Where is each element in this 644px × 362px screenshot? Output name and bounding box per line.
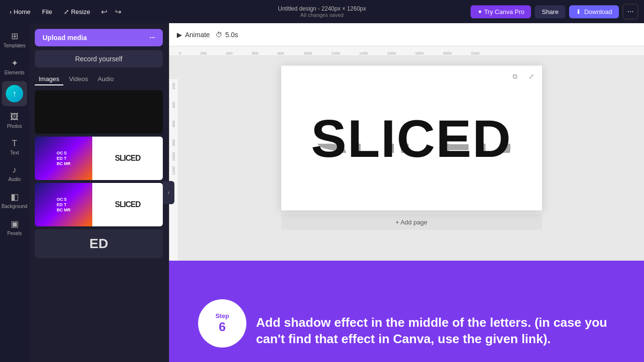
- list-item[interactable]: OCS EDT BCMR SLICED: [35, 183, 163, 226]
- sidebar-item-audio[interactable]: ♪ Audio: [2, 161, 27, 186]
- resize-button[interactable]: ⤢ Resize: [60, 6, 94, 17]
- redo-button[interactable]: ↪: [112, 5, 124, 18]
- clock-icon: ⏱: [215, 31, 222, 39]
- sidebar-item-elements[interactable]: ✦ Elements: [2, 54, 27, 79]
- download-button[interactable]: ⬇ Download: [569, 5, 619, 18]
- more-icon: ···: [627, 7, 633, 16]
- text-label: Text: [10, 150, 19, 155]
- canvas-container[interactable]: 200 400 600 800 1000 1200 ⧉ ⤢ SLICED SLI…: [169, 56, 644, 362]
- elements-icon: ✦: [11, 58, 18, 69]
- photos-label: Photos: [7, 124, 22, 129]
- background-label: Background: [1, 204, 27, 209]
- try-canva-button[interactable]: ✦ Try Canva Pro: [471, 5, 531, 18]
- file-label: File: [42, 8, 52, 15]
- share-button[interactable]: Share: [535, 5, 565, 18]
- sidebar-icons: ⊞ Templates ✦ Elements ↑ 🖼 Photos T Text…: [0, 23, 29, 362]
- templates-icon: ⊞: [11, 31, 18, 42]
- design-title: Untitled design - 2240px × 1260px: [278, 5, 366, 12]
- undo-button[interactable]: ↩: [98, 5, 110, 18]
- canvas-action-icons: ⧉ ⤢: [508, 70, 538, 83]
- upload-media-label: Upload media: [43, 34, 87, 42]
- photos-icon: 🖼: [10, 112, 19, 122]
- timer-button[interactable]: ⏱ 5.0s: [215, 31, 238, 39]
- upload-more-icon: ···: [149, 34, 155, 42]
- sidebar-item-uploads[interactable]: ↑: [2, 81, 27, 106]
- media-grid: OCS EDT BCMR SLICED OCS: [35, 90, 163, 356]
- upload-panel: Upload media ··· Record yourself Images …: [29, 23, 169, 362]
- notes-label: No...: [185, 351, 197, 358]
- upload-icon: ↑: [6, 85, 23, 102]
- download-label: Download: [584, 8, 612, 15]
- record-yourself-button[interactable]: Record yourself: [35, 50, 163, 68]
- tab-images[interactable]: Images: [35, 73, 63, 85]
- collapse-panel-button[interactable]: ‹: [163, 181, 174, 204]
- expand-canvas-button[interactable]: ⤢: [525, 70, 538, 83]
- canvas-area: ▶ Animate ⏱ 5.0s 0 200 400 600 800 1000 …: [169, 23, 644, 362]
- nav-right-group: ✦ Try Canva Pro Share ⬇ Download ···: [471, 4, 638, 19]
- timer-label: 5.0s: [225, 31, 238, 39]
- more-options-button[interactable]: ···: [623, 4, 638, 19]
- record-label: Record yourself: [75, 55, 122, 63]
- home-button[interactable]: ‹ Home: [6, 6, 34, 17]
- list-item[interactable]: [35, 90, 163, 134]
- pexels-label: Pexels: [7, 231, 22, 236]
- add-page-label: + Add page: [395, 219, 427, 226]
- media-tabs: Images Videos Audio: [35, 73, 163, 85]
- main-layout: ⊞ Templates ✦ Elements ↑ 🖼 Photos T Text…: [0, 23, 644, 362]
- list-item[interactable]: OCS EDT BCMR SLICED: [35, 137, 163, 180]
- animate-button[interactable]: ▶ Animate: [177, 31, 210, 39]
- duplicate-canvas-button[interactable]: ⧉: [508, 70, 522, 83]
- file-button[interactable]: File: [38, 6, 56, 17]
- ruler-top: 0 200 400 600 800 1000 1200 1400 1600 18…: [169, 46, 644, 56]
- chevron-left-icon: ‹: [10, 8, 12, 15]
- nav-center: Untitled design - 2240px × 1260px All ch…: [278, 5, 366, 18]
- home-label: Home: [14, 8, 30, 15]
- resize-icon: ⤢: [64, 8, 69, 15]
- notes-bar: 📝 No...: [169, 347, 644, 362]
- background-icon: ◧: [11, 192, 19, 202]
- save-status: All changes saved: [301, 12, 343, 18]
- templates-label: Templates: [3, 43, 26, 48]
- list-item[interactable]: ED: [35, 229, 163, 258]
- download-icon: ⬇: [576, 8, 581, 15]
- top-navigation: ‹ Home File ⤢ Resize ↩ ↪ Untitled design…: [0, 0, 644, 23]
- pexels-icon: ▣: [11, 219, 19, 229]
- text-icon: T: [12, 139, 17, 149]
- sidebar-item-background[interactable]: ◧ Background: [2, 188, 27, 213]
- animate-label: Animate: [185, 31, 210, 39]
- elements-label: Elements: [4, 70, 25, 75]
- notes-icon: 📝: [175, 351, 182, 358]
- try-canva-label: ✦ Try Canva Pro: [477, 8, 525, 15]
- sidebar-item-templates[interactable]: ⊞ Templates: [2, 27, 27, 52]
- animate-icon: ▶: [177, 31, 182, 39]
- share-label: Share: [542, 8, 558, 15]
- audio-label: Audio: [8, 177, 21, 182]
- tab-videos[interactable]: Videos: [65, 73, 92, 85]
- ruler-left: 200 400 600 800 1000 1200: [169, 79, 179, 362]
- sidebar-item-pexels[interactable]: ▣ Pexels: [2, 215, 27, 240]
- text-element[interactable]: SLICED SLICED: [311, 108, 512, 169]
- main-text: SLICED: [311, 108, 512, 169]
- canvas-toolbar: ▶ Animate ⏱ 5.0s: [169, 23, 644, 46]
- design-canvas[interactable]: ⧉ ⤢ SLICED SLICED: [281, 66, 542, 210]
- undo-redo-group: ↩ ↪: [98, 5, 124, 18]
- sidebar-item-photos[interactable]: 🖼 Photos: [2, 108, 27, 133]
- add-page-button[interactable]: + Add page: [281, 214, 542, 230]
- tab-audio[interactable]: Audio: [94, 73, 117, 85]
- resize-label: Resize: [71, 8, 90, 15]
- sidebar-item-text[interactable]: T Text: [2, 135, 27, 159]
- upload-media-button[interactable]: Upload media ···: [35, 29, 163, 46]
- audio-icon: ♪: [13, 165, 17, 175]
